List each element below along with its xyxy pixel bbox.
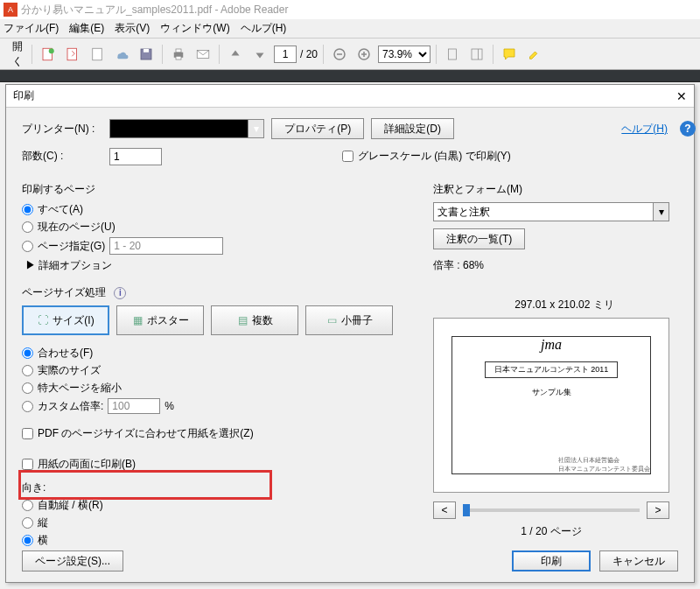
advanced-settings-button[interactable]: 詳細設定(D) bbox=[371, 118, 454, 139]
tab-multiple[interactable]: ▤複数 bbox=[211, 305, 298, 335]
paper-size-label: 297.01 x 210.02 ミリ bbox=[433, 298, 696, 312]
radio-fit[interactable] bbox=[22, 347, 33, 359]
comments-combo[interactable]: 文書と注釈 ▾ bbox=[433, 202, 669, 221]
radio-shrink[interactable] bbox=[22, 382, 33, 394]
info-icon[interactable]: i bbox=[114, 287, 126, 299]
window-title: 分かり易いマニュアル_samples2011.pdf - Adobe Reade… bbox=[21, 3, 288, 18]
size-section-title: ページサイズ処理 bbox=[22, 286, 106, 298]
tab-booklet[interactable]: ▭小冊子 bbox=[305, 305, 393, 335]
doc-icon[interactable] bbox=[87, 44, 108, 65]
preview-next-button[interactable]: > bbox=[647, 501, 669, 519]
copies-input[interactable] bbox=[109, 148, 162, 165]
print-button[interactable]: 印刷 bbox=[512, 550, 591, 571]
highlight-icon[interactable] bbox=[523, 44, 544, 65]
grayscale-checkbox[interactable] bbox=[342, 151, 354, 162]
menu-edit[interactable]: 編集(E) bbox=[69, 21, 104, 36]
svg-rect-15 bbox=[449, 49, 457, 60]
zoom-select[interactable]: 73.9% bbox=[378, 46, 430, 63]
comment-icon[interactable] bbox=[499, 44, 520, 65]
radio-custom[interactable] bbox=[22, 401, 33, 412]
scale-label: 倍率 : 68% bbox=[433, 258, 696, 273]
svg-rect-7 bbox=[176, 49, 181, 53]
properties-button[interactable]: プロパティ(P) bbox=[271, 118, 364, 139]
tab-poster[interactable]: ▦ポスター bbox=[116, 305, 204, 335]
multi-icon: ▤ bbox=[236, 314, 248, 326]
radio-range[interactable] bbox=[22, 241, 33, 252]
page-range-input[interactable] bbox=[109, 237, 223, 255]
radio-current[interactable] bbox=[22, 221, 33, 233]
logo-icon: jma bbox=[541, 337, 562, 353]
radio-orient-landscape[interactable] bbox=[22, 535, 33, 546]
save-icon[interactable] bbox=[136, 44, 157, 65]
menubar: ファイル(F) 編集(E) 表示(V) ウィンドウ(W) ヘルプ(H) bbox=[0, 19, 700, 39]
svg-rect-3 bbox=[93, 48, 102, 60]
page-setup-button[interactable]: ページ設定(S)... bbox=[22, 550, 123, 571]
zoom-in-icon[interactable] bbox=[354, 44, 374, 65]
preview-subtitle: サンプル集 bbox=[532, 387, 571, 398]
preview-title: 日本マニュアルコンテスト 2011 bbox=[485, 361, 619, 378]
svg-rect-16 bbox=[472, 49, 482, 60]
booklet-icon: ▭ bbox=[326, 314, 338, 326]
radio-actual[interactable] bbox=[22, 365, 33, 376]
radio-orient-auto[interactable] bbox=[22, 500, 33, 511]
menu-help[interactable]: ヘルプ(H) bbox=[241, 21, 287, 36]
svg-rect-5 bbox=[144, 49, 149, 53]
cloud-icon[interactable] bbox=[111, 44, 132, 65]
menu-file[interactable]: ファイル(F) bbox=[4, 21, 59, 36]
radio-all[interactable] bbox=[22, 204, 33, 215]
preview-page-info: 1 / 20 ページ bbox=[433, 524, 669, 539]
create-pdf-icon[interactable] bbox=[38, 44, 59, 65]
help-link[interactable]: ヘルプ(H) bbox=[621, 122, 668, 137]
comments-section-title: 注釈とフォーム(M) bbox=[433, 182, 696, 197]
print-icon[interactable] bbox=[168, 44, 189, 65]
svg-point-1 bbox=[49, 48, 54, 53]
cancel-button[interactable]: キャンセル bbox=[599, 550, 678, 571]
printer-label: プリンター(N) : bbox=[22, 122, 102, 137]
preview-slider[interactable] bbox=[463, 508, 640, 512]
zoom-out-icon[interactable] bbox=[329, 44, 350, 65]
chevron-down-icon: ▾ bbox=[653, 203, 668, 221]
summarize-comments-button[interactable]: 注釈の一覧(T) bbox=[433, 228, 525, 249]
page-total: / 20 bbox=[300, 48, 318, 60]
toolbar: 開く / 20 73.9% bbox=[0, 39, 700, 70]
choose-paper-checkbox[interactable] bbox=[22, 428, 33, 439]
chevron-down-icon: ▾ bbox=[248, 120, 263, 137]
copies-label: 部数(C) : bbox=[22, 149, 102, 164]
help-icon[interactable]: ? bbox=[680, 121, 696, 137]
svg-rect-2 bbox=[67, 48, 77, 60]
mail-icon[interactable] bbox=[192, 44, 214, 65]
size-icon: ⛶ bbox=[37, 314, 49, 326]
titlebar: A 分かり易いマニュアル_samples2011.pdf - Adobe Rea… bbox=[0, 0, 700, 19]
open-button[interactable]: 開く bbox=[5, 44, 26, 65]
export-icon[interactable] bbox=[62, 44, 83, 65]
pdf-icon: A bbox=[4, 3, 18, 17]
svg-rect-8 bbox=[176, 56, 181, 60]
radio-orient-portrait[interactable] bbox=[22, 517, 33, 529]
tab-size[interactable]: ⛶サイズ(I) bbox=[22, 305, 109, 335]
preview-footer: 社団法人日本経営協会日本マニュアルコンテスト委員会 bbox=[558, 456, 650, 473]
preview-prev-button[interactable]: < bbox=[433, 501, 456, 519]
close-icon[interactable]: ✕ bbox=[676, 89, 687, 103]
tools-icon[interactable] bbox=[442, 44, 463, 65]
custom-scale-input[interactable] bbox=[108, 398, 160, 414]
duplex-checkbox[interactable] bbox=[22, 459, 33, 470]
menu-view[interactable]: 表示(V) bbox=[115, 21, 150, 36]
print-preview: jma 日本マニュアルコンテスト 2011 サンプル集 社団法人日本経営協会日本… bbox=[433, 318, 669, 493]
poster-icon: ▦ bbox=[131, 314, 144, 326]
panel-icon[interactable] bbox=[466, 44, 487, 65]
advanced-options-toggle[interactable]: ▶ 詳細オプション bbox=[25, 258, 407, 273]
printer-select[interactable]: ▾ bbox=[109, 119, 264, 138]
pages-section-title: 印刷するページ bbox=[22, 182, 407, 197]
dialog-title: 印刷 bbox=[13, 88, 34, 103]
orientation-label: 向き: bbox=[22, 480, 407, 495]
page-down-icon[interactable] bbox=[249, 44, 270, 65]
page-up-icon[interactable] bbox=[225, 44, 246, 65]
page-number-input[interactable] bbox=[274, 46, 297, 63]
menu-window[interactable]: ウィンドウ(W) bbox=[160, 21, 229, 36]
print-dialog: 印刷 ✕ プリンター(N) : ▾ プロパティ(P) 詳細設定(D) ヘルプ(H… bbox=[5, 84, 695, 583]
